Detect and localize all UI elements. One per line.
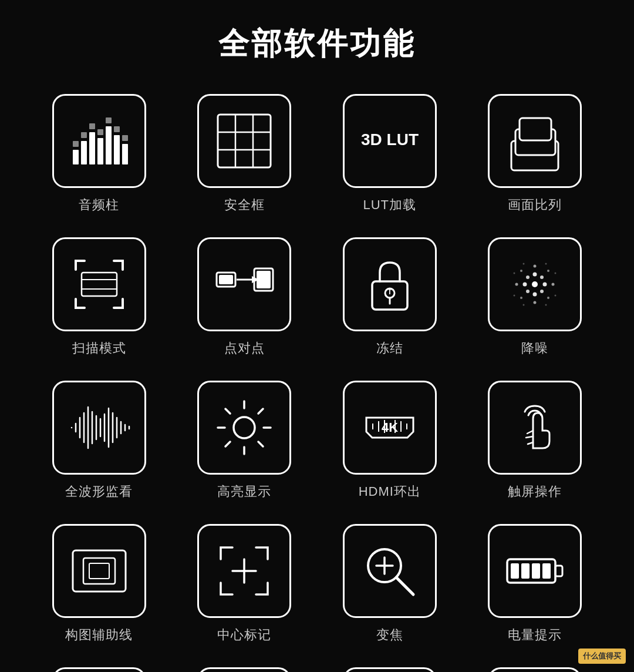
svg-point-41 [526,275,530,279]
grid-item-zoom: 变焦 [326,524,454,644]
icon-box-dot [197,237,291,331]
high-bright-icon [212,395,276,460]
label-scan: 扫描模式 [72,340,126,357]
svg-point-57 [514,273,515,274]
label-hdmi: HDMI环出 [359,483,421,500]
grid-item-display-ratio: 显示比例 [181,667,309,672]
scan-mode-icon [67,252,131,317]
svg-rect-13 [122,135,128,141]
grid-item-safe-frame: 安全框 [181,94,309,214]
svg-rect-4 [106,126,112,164]
icon-box-lut: 3D LUT [343,94,437,188]
svg-point-60 [555,295,557,297]
svg-point-52 [547,297,549,299]
grid-item-battery: 电量提示 [471,524,599,644]
svg-point-76 [234,417,255,438]
safe-frame-icon [212,109,276,173]
svg-rect-107 [521,563,530,579]
svg-rect-9 [89,123,95,129]
svg-point-38 [533,293,537,297]
dot-to-dot-icon [212,252,276,317]
svg-rect-22 [520,118,551,140]
icon-box-safe-frame [197,94,291,188]
svg-rect-14 [218,115,271,167]
aspect-ratio-icon [503,109,567,173]
icon-box-audio-bar [52,94,146,188]
noise-reduce-icon [503,252,567,317]
svg-point-58 [555,273,557,274]
icon-box-noise [488,237,582,331]
svg-point-44 [540,290,544,293]
waveform-icon [67,395,131,460]
svg-line-83 [258,409,263,414]
label-compose: 构图辅助线 [65,626,133,644]
svg-rect-105 [555,566,562,576]
icon-box-mono [343,667,437,672]
freeze-icon: T [358,252,422,317]
grid-item-dot: 点对点 [181,237,309,357]
grid-item-lut: 3D LUT LUT加载 [326,94,454,214]
grid-item-hdmi: 4K HDMI环出 [326,381,454,500]
grid-item-scan: 扫描模式 [35,237,163,357]
icon-box-touch [488,381,582,475]
touch-op-icon [503,395,567,460]
icon-box-battery [488,524,582,618]
hdmi-icon: 4K [358,395,422,460]
compose-line-icon [67,539,131,603]
svg-point-45 [534,265,537,268]
grid-item-audio-bar: 音频柱 [35,94,163,214]
svg-rect-109 [542,563,551,579]
icon-box-hdmi: 4K [343,381,437,475]
icon-box-freeze: T [343,237,437,331]
grid-item-mono: 单色显示 [326,667,454,672]
grid-item-noise: 降噪 [471,237,599,357]
svg-point-39 [523,283,527,287]
svg-point-46 [534,301,537,304]
label-safe-frame: 安全框 [224,196,265,214]
grid-item-flip: 图像翻转 [35,667,163,672]
grid-item-freeze: T 冻结 [326,237,454,357]
svg-point-48 [552,283,555,286]
grid-item-bright: 高亮显示 [181,381,309,500]
svg-point-47 [515,283,518,286]
svg-point-36 [532,281,538,287]
svg-point-40 [543,283,547,287]
label-touch: 触屏操作 [508,483,562,500]
svg-point-53 [523,263,525,265]
icon-box-zoom [343,524,437,618]
svg-text:T: T [387,288,392,296]
grid-item-waveform: 全波形监看 [35,381,163,500]
label-center: 中心标记 [217,626,271,644]
grid-item-center: 中心标记 [181,524,309,644]
icon-box-waveform [52,381,146,475]
svg-rect-2 [89,132,95,164]
svg-point-59 [514,295,515,297]
label-freeze: 冻结 [376,340,403,357]
svg-point-50 [547,270,549,272]
page-title: 全部软件功能 [218,23,416,65]
svg-rect-96 [83,558,115,584]
icon-box-bright [197,381,291,475]
svg-rect-11 [106,117,112,123]
svg-rect-12 [114,126,120,132]
label-bright: 高亮显示 [217,483,271,500]
svg-line-82 [258,442,263,446]
center-mark-icon [212,539,276,603]
svg-point-56 [545,304,547,306]
svg-line-93 [526,436,533,438]
svg-rect-31 [257,271,271,288]
audio-bar-icon [67,109,131,173]
svg-point-43 [526,290,530,293]
label-lut: LUT加载 [363,196,416,214]
grid-item-aspect: 画面比列 [471,94,599,214]
svg-rect-95 [73,550,126,592]
svg-point-37 [533,273,537,277]
svg-rect-23 [82,273,117,296]
svg-rect-97 [89,563,109,579]
battery-icon [503,539,567,603]
svg-line-81 [225,409,230,414]
icon-box-compose [52,524,146,618]
lut-icon: 3D LUT [358,109,422,173]
svg-rect-108 [532,563,540,579]
svg-rect-7 [73,141,79,147]
